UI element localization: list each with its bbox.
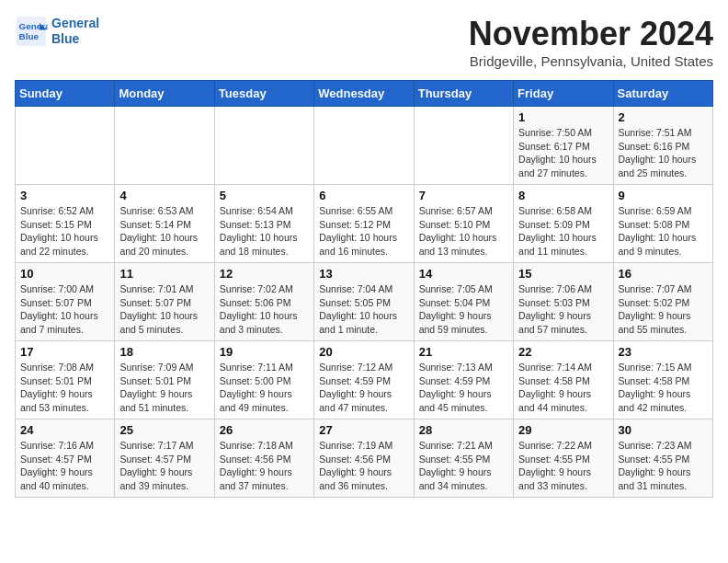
svg-text:Blue: Blue bbox=[19, 31, 40, 41]
day-info: Sunrise: 6:57 AM Sunset: 5:10 PM Dayligh… bbox=[419, 204, 508, 259]
calendar-cell: 20Sunrise: 7:12 AM Sunset: 4:59 PM Dayli… bbox=[314, 341, 414, 419]
day-info: Sunrise: 6:54 AM Sunset: 5:13 PM Dayligh… bbox=[220, 204, 309, 259]
calendar-week-row: 1Sunrise: 7:50 AM Sunset: 6:17 PM Daylig… bbox=[16, 107, 713, 185]
weekday-header-sunday: Sunday bbox=[16, 81, 115, 107]
calendar-cell: 12Sunrise: 7:02 AM Sunset: 5:06 PM Dayli… bbox=[214, 263, 313, 341]
title-section: November 2024 Bridgeville, Pennsylvania,… bbox=[469, 15, 713, 69]
calendar-cell: 28Sunrise: 7:21 AM Sunset: 4:55 PM Dayli… bbox=[414, 419, 513, 498]
calendar-cell: 25Sunrise: 7:17 AM Sunset: 4:57 PM Dayli… bbox=[115, 419, 214, 498]
day-number: 4 bbox=[119, 189, 209, 202]
calendar-cell: 5Sunrise: 6:54 AM Sunset: 5:13 PM Daylig… bbox=[214, 185, 313, 263]
calendar-cell: 6Sunrise: 6:55 AM Sunset: 5:12 PM Daylig… bbox=[314, 185, 414, 263]
day-number: 13 bbox=[319, 267, 408, 281]
weekday-header-thursday: Thursday bbox=[414, 81, 513, 107]
day-number: 6 bbox=[319, 189, 408, 202]
calendar-week-row: 3Sunrise: 6:52 AM Sunset: 5:15 PM Daylig… bbox=[16, 185, 713, 263]
logo: General Blue General Blue bbox=[15, 15, 99, 48]
calendar-cell: 29Sunrise: 7:22 AM Sunset: 4:55 PM Dayli… bbox=[514, 419, 613, 498]
day-number: 22 bbox=[518, 345, 608, 359]
day-info: Sunrise: 7:07 AM Sunset: 5:02 PM Dayligh… bbox=[619, 282, 708, 337]
weekday-header-monday: Monday bbox=[115, 81, 214, 107]
calendar-cell: 4Sunrise: 6:53 AM Sunset: 5:14 PM Daylig… bbox=[115, 185, 214, 263]
day-number: 27 bbox=[319, 423, 408, 437]
logo-text-line2: Blue bbox=[51, 31, 99, 47]
svg-text:General: General bbox=[19, 21, 49, 31]
day-number: 10 bbox=[20, 267, 109, 281]
day-number: 11 bbox=[119, 267, 209, 281]
weekday-header-friday: Friday bbox=[514, 81, 613, 107]
day-number: 12 bbox=[220, 267, 309, 281]
day-info: Sunrise: 7:01 AM Sunset: 5:07 PM Dayligh… bbox=[119, 282, 209, 337]
calendar-week-row: 10Sunrise: 7:00 AM Sunset: 5:07 PM Dayli… bbox=[16, 263, 713, 341]
day-number: 14 bbox=[419, 267, 508, 281]
day-number: 5 bbox=[220, 189, 309, 202]
day-info: Sunrise: 7:50 AM Sunset: 6:17 PM Dayligh… bbox=[518, 126, 608, 180]
day-number: 9 bbox=[619, 189, 708, 202]
calendar-cell: 23Sunrise: 7:15 AM Sunset: 4:58 PM Dayli… bbox=[613, 341, 712, 419]
calendar-week-row: 24Sunrise: 7:16 AM Sunset: 4:57 PM Dayli… bbox=[16, 419, 713, 498]
day-number: 30 bbox=[619, 423, 708, 437]
day-number: 21 bbox=[419, 345, 508, 359]
day-info: Sunrise: 7:08 AM Sunset: 5:01 PM Dayligh… bbox=[20, 361, 109, 415]
day-number: 24 bbox=[20, 423, 109, 437]
day-number: 25 bbox=[119, 423, 209, 437]
logo-icon: General Blue bbox=[15, 15, 48, 48]
calendar-cell: 14Sunrise: 7:05 AM Sunset: 5:04 PM Dayli… bbox=[414, 263, 513, 341]
month-title: November 2024 bbox=[469, 15, 713, 53]
calendar-table: SundayMondayTuesdayWednesdayThursdayFrid… bbox=[15, 80, 713, 498]
day-info: Sunrise: 7:21 AM Sunset: 4:55 PM Dayligh… bbox=[419, 439, 508, 493]
calendar-cell: 27Sunrise: 7:19 AM Sunset: 4:56 PM Dayli… bbox=[314, 419, 414, 498]
day-info: Sunrise: 7:14 AM Sunset: 4:58 PM Dayligh… bbox=[518, 361, 608, 415]
day-info: Sunrise: 7:00 AM Sunset: 5:07 PM Dayligh… bbox=[20, 282, 109, 337]
day-number: 3 bbox=[20, 189, 109, 202]
day-info: Sunrise: 7:22 AM Sunset: 4:55 PM Dayligh… bbox=[518, 439, 608, 493]
calendar-cell: 19Sunrise: 7:11 AM Sunset: 5:00 PM Dayli… bbox=[214, 341, 313, 419]
weekday-header-saturday: Saturday bbox=[613, 81, 712, 107]
day-info: Sunrise: 7:04 AM Sunset: 5:05 PM Dayligh… bbox=[319, 282, 408, 337]
calendar-cell bbox=[314, 107, 414, 185]
calendar-cell: 10Sunrise: 7:00 AM Sunset: 5:07 PM Dayli… bbox=[16, 263, 115, 341]
calendar-cell: 21Sunrise: 7:13 AM Sunset: 4:59 PM Dayli… bbox=[414, 341, 513, 419]
day-info: Sunrise: 6:59 AM Sunset: 5:08 PM Dayligh… bbox=[619, 204, 708, 259]
calendar-cell: 30Sunrise: 7:23 AM Sunset: 4:55 PM Dayli… bbox=[613, 419, 712, 498]
calendar-cell: 1Sunrise: 7:50 AM Sunset: 6:17 PM Daylig… bbox=[514, 107, 613, 185]
calendar-cell: 15Sunrise: 7:06 AM Sunset: 5:03 PM Dayli… bbox=[514, 263, 613, 341]
calendar-cell: 2Sunrise: 7:51 AM Sunset: 6:16 PM Daylig… bbox=[613, 107, 712, 185]
day-info: Sunrise: 7:02 AM Sunset: 5:06 PM Dayligh… bbox=[220, 282, 309, 337]
day-number: 16 bbox=[619, 267, 708, 281]
calendar-cell: 18Sunrise: 7:09 AM Sunset: 5:01 PM Dayli… bbox=[115, 341, 214, 419]
day-info: Sunrise: 7:12 AM Sunset: 4:59 PM Dayligh… bbox=[319, 361, 408, 415]
calendar-cell: 24Sunrise: 7:16 AM Sunset: 4:57 PM Dayli… bbox=[16, 419, 115, 498]
day-info: Sunrise: 7:13 AM Sunset: 4:59 PM Dayligh… bbox=[419, 361, 508, 415]
calendar-week-row: 17Sunrise: 7:08 AM Sunset: 5:01 PM Dayli… bbox=[16, 341, 713, 419]
day-number: 26 bbox=[220, 423, 309, 437]
day-info: Sunrise: 6:52 AM Sunset: 5:15 PM Dayligh… bbox=[20, 204, 109, 259]
day-number: 15 bbox=[518, 267, 608, 281]
day-info: Sunrise: 6:58 AM Sunset: 5:09 PM Dayligh… bbox=[518, 204, 608, 259]
calendar-cell: 13Sunrise: 7:04 AM Sunset: 5:05 PM Dayli… bbox=[314, 263, 414, 341]
day-number: 17 bbox=[20, 345, 109, 359]
calendar-cell: 9Sunrise: 6:59 AM Sunset: 5:08 PM Daylig… bbox=[613, 185, 712, 263]
day-info: Sunrise: 7:11 AM Sunset: 5:00 PM Dayligh… bbox=[220, 361, 309, 415]
day-number: 7 bbox=[419, 189, 508, 202]
day-number: 20 bbox=[319, 345, 408, 359]
day-info: Sunrise: 7:18 AM Sunset: 4:56 PM Dayligh… bbox=[220, 439, 309, 493]
calendar-cell: 26Sunrise: 7:18 AM Sunset: 4:56 PM Dayli… bbox=[214, 419, 313, 498]
day-info: Sunrise: 7:06 AM Sunset: 5:03 PM Dayligh… bbox=[518, 282, 608, 337]
day-info: Sunrise: 7:15 AM Sunset: 4:58 PM Dayligh… bbox=[619, 361, 708, 415]
day-info: Sunrise: 7:09 AM Sunset: 5:01 PM Dayligh… bbox=[119, 361, 209, 415]
calendar-cell: 16Sunrise: 7:07 AM Sunset: 5:02 PM Dayli… bbox=[613, 263, 712, 341]
day-info: Sunrise: 7:16 AM Sunset: 4:57 PM Dayligh… bbox=[20, 439, 109, 493]
day-info: Sunrise: 6:53 AM Sunset: 5:14 PM Dayligh… bbox=[119, 204, 209, 259]
day-info: Sunrise: 6:55 AM Sunset: 5:12 PM Dayligh… bbox=[319, 204, 408, 259]
calendar-cell: 11Sunrise: 7:01 AM Sunset: 5:07 PM Dayli… bbox=[115, 263, 214, 341]
page-header: General Blue General Blue November 2024 … bbox=[15, 15, 713, 69]
calendar-cell bbox=[414, 107, 513, 185]
location-title: Bridgeville, Pennsylvania, United States bbox=[469, 53, 713, 69]
calendar-cell bbox=[214, 107, 313, 185]
day-number: 19 bbox=[220, 345, 309, 359]
day-number: 29 bbox=[518, 423, 608, 437]
weekday-header-wednesday: Wednesday bbox=[314, 81, 414, 107]
day-info: Sunrise: 7:19 AM Sunset: 4:56 PM Dayligh… bbox=[319, 439, 408, 493]
calendar-cell: 3Sunrise: 6:52 AM Sunset: 5:15 PM Daylig… bbox=[16, 185, 115, 263]
